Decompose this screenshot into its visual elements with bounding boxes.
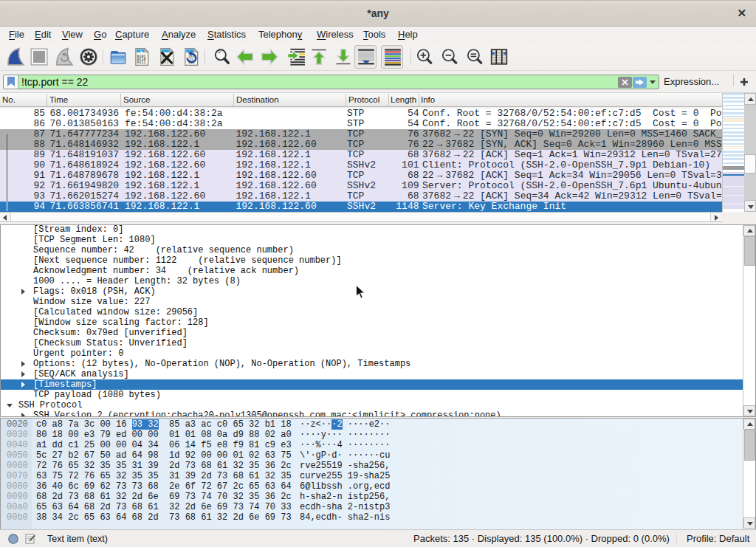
- svg-text:0111: 0111: [137, 60, 146, 64]
